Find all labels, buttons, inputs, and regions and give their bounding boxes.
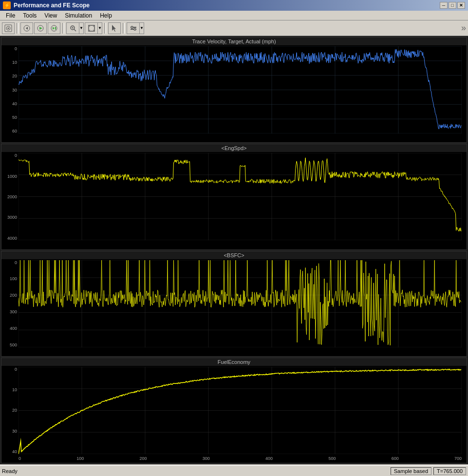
title-bar: ⚡ Performance and FE Scope ─ □ ✕ xyxy=(0,0,468,11)
fit-group: ▼ xyxy=(85,22,102,34)
back-button[interactable] xyxy=(20,22,33,34)
fueleconomy-canvas xyxy=(19,367,462,454)
home-button[interactable] xyxy=(2,22,15,34)
play-button[interactable] xyxy=(34,22,47,34)
fueleconomy-chart-area xyxy=(19,367,462,454)
app-title: Performance and FE Scope xyxy=(14,2,440,9)
toolbar-separator-4 xyxy=(123,23,125,34)
x-axis-labels: 0 100 200 300 400 500 600 700 xyxy=(19,454,462,463)
engspd-chart: <EngSpd> 4000 3000 2000 1000 0 xyxy=(1,144,467,249)
svg-point-2 xyxy=(8,27,9,29)
status-bar: Ready Sample based T=765.000 xyxy=(0,465,468,476)
zoom-button[interactable] xyxy=(66,22,79,34)
minimize-button[interactable]: ─ xyxy=(440,2,448,9)
velocity-chart-title: Trace Velocity, Target, Actual (mph) xyxy=(1,38,467,45)
settings-group: ▼ xyxy=(127,22,144,34)
bsfc-canvas xyxy=(19,260,462,347)
window-controls: ─ □ ✕ xyxy=(440,2,465,9)
status-ready: Ready xyxy=(2,468,391,474)
engspd-chart-title: <EngSpd> xyxy=(1,144,467,152)
svg-marker-15 xyxy=(112,25,116,32)
step-button[interactable] xyxy=(48,22,60,34)
app-icon: ⚡ xyxy=(3,1,11,9)
settings-dropdown[interactable]: ▼ xyxy=(139,22,144,34)
fueleconomy-chart-title: FuelEconomy xyxy=(1,358,467,366)
bsfc-y-axis: 500 400 300 200 100 0 xyxy=(1,260,19,347)
menu-file[interactable]: File xyxy=(2,11,19,20)
velocity-canvas xyxy=(19,46,462,133)
charts-container: Trace Velocity, Target, Actual (mph) 60 … xyxy=(0,36,468,464)
bsfc-chart-title: <BSFC> xyxy=(1,251,467,259)
svg-marker-4 xyxy=(26,27,28,30)
engspd-y-axis: 4000 3000 2000 1000 0 xyxy=(1,153,19,240)
bsfc-chart: <BSFC> 500 400 300 200 100 0 xyxy=(1,251,467,357)
status-sample: Sample based xyxy=(391,467,431,475)
toolbar-separator-2 xyxy=(62,23,64,34)
toolbar-separator-1 xyxy=(17,23,19,34)
velocity-chart: Trace Velocity, Target, Actual (mph) 60 … xyxy=(1,37,467,143)
close-button[interactable]: ✕ xyxy=(457,2,465,9)
zoom-dropdown[interactable]: ▼ xyxy=(79,22,84,34)
fit-dropdown[interactable]: ▼ xyxy=(97,22,102,34)
cursor-button[interactable] xyxy=(108,22,121,34)
velocity-y-axis: 60 50 40 30 20 10 0 xyxy=(1,46,19,133)
svg-point-18 xyxy=(131,26,133,28)
svg-marker-8 xyxy=(53,27,55,30)
velocity-chart-area xyxy=(19,46,462,133)
engspd-canvas xyxy=(19,153,462,240)
fueleconomy-chart: FuelEconomy 40 30 20 10 0 0 100 200 300 … xyxy=(1,358,467,463)
engspd-chart-area xyxy=(19,153,462,240)
menu-tools[interactable]: Tools xyxy=(19,11,40,20)
toolbar: ▼ ▼ ▼ » xyxy=(0,20,468,36)
svg-line-11 xyxy=(74,29,76,31)
svg-marker-6 xyxy=(39,27,42,30)
toolbar-expand[interactable]: » xyxy=(461,23,466,33)
status-time: T=765.000 xyxy=(433,467,466,475)
fueleconomy-y-axis: 40 30 20 10 0 xyxy=(1,367,19,454)
status-right: Sample based T=765.000 xyxy=(391,467,466,475)
svg-point-19 xyxy=(134,28,136,30)
maximize-button[interactable]: □ xyxy=(449,2,456,9)
menu-bar: File Tools View Simulation Help xyxy=(0,11,468,20)
menu-simulation[interactable]: Simulation xyxy=(61,11,96,20)
zoom-group: ▼ xyxy=(66,22,84,34)
fit-button[interactable] xyxy=(85,22,97,34)
menu-view[interactable]: View xyxy=(40,11,61,20)
menu-help[interactable]: Help xyxy=(96,11,116,20)
bsfc-chart-area xyxy=(19,260,462,347)
settings-button[interactable] xyxy=(127,22,139,34)
toolbar-separator-3 xyxy=(104,23,106,34)
svg-rect-9 xyxy=(55,27,56,30)
